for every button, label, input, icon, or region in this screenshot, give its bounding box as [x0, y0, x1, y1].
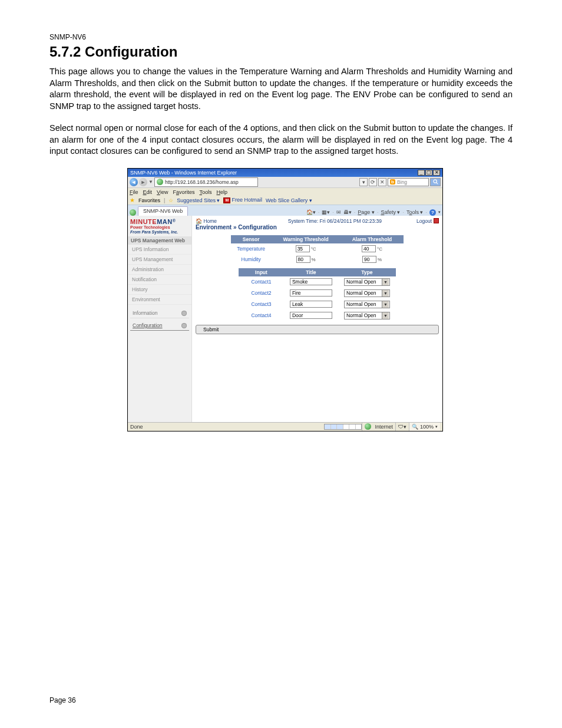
svg-line-1 [436, 183, 438, 185]
progress-segments [324, 424, 362, 430]
menu-file[interactable]: File [130, 189, 138, 195]
system-time: System Time: Fri 06/24/2011 PM 02:23:39 [288, 218, 382, 224]
logout-link[interactable]: Logout [416, 218, 439, 224]
table-row: Contact4 Door Normal Open [239, 310, 396, 321]
address-bar-row: ◄ ► ▼ http://192.168.168.236/home.asp ▾ … [128, 177, 442, 188]
minimize-button[interactable]: _ [418, 170, 425, 176]
sensor-table: Sensor Warning Threshold Alarm Threshold… [231, 235, 404, 265]
menu-favorites[interactable]: Favorites [173, 189, 194, 195]
help-icon[interactable]: ? [429, 209, 436, 216]
tab-row: SNMP-NV6 Web 🏠▾ · ▦▾ · ✉ 🖶▾ · Page ▾ · S… [128, 205, 442, 216]
menu-help[interactable]: Help [216, 189, 227, 195]
web-slice-link[interactable]: Web Slice Gallery ▾ [266, 197, 312, 203]
contact2-title-input[interactable]: Fire [290, 289, 332, 297]
subnav-configuration[interactable]: Configuration [130, 321, 189, 331]
nav-history[interactable]: History [128, 285, 191, 295]
doc-paragraph-2: Select normal open or normal close for e… [49, 123, 513, 157]
table-row: Contact3 Leak Normal Open [239, 299, 396, 310]
internet-zone-icon [365, 423, 371, 430]
humidity-alarm-input[interactable]: 90 [362, 256, 376, 263]
zoom-icon: 🔍 [412, 424, 418, 430]
command-bar: 🏠▾ · ▦▾ · ✉ 🖶▾ · Page ▾ · Safety ▾ · Too… [306, 209, 441, 216]
compat-view-icon[interactable]: ▾ [359, 178, 368, 186]
logout-icon [434, 218, 439, 223]
search-input[interactable]: b Bing [388, 178, 429, 186]
contact1-type-select[interactable]: Normal Open [344, 278, 390, 286]
url-input[interactable]: http://192.168.168.236/home.asp [154, 177, 258, 187]
page-number: Page 36 [49, 696, 76, 704]
window-titlebar: SNMP-NV6 Web - Windows Internet Explorer… [128, 169, 442, 177]
favorites-label[interactable]: Favorites [138, 197, 160, 203]
tab-icon [130, 209, 136, 216]
bing-icon: b [390, 179, 395, 185]
refresh-icon[interactable]: ⟳ [369, 178, 377, 186]
submit-button[interactable]: Submit [196, 325, 439, 334]
tools-menu[interactable]: Tools ▾ [406, 209, 424, 215]
site-icon [157, 179, 163, 185]
row-humidity-label: Humidity [231, 254, 272, 265]
embedded-screenshot: SNMP-NV6 Web - Windows Internet Explorer… [127, 168, 513, 431]
contact3-title-input[interactable]: Leak [290, 301, 332, 308]
subnav-information[interactable]: Information [130, 308, 189, 318]
temperature-warn-input[interactable]: 35 [296, 245, 310, 252]
forward-button[interactable]: ► [139, 178, 147, 186]
contact4-label: Contact4 [239, 310, 284, 321]
main-content: 🏠 Home Environment » Configuration Syste… [192, 216, 442, 422]
search-button[interactable] [430, 178, 441, 186]
brand-logo: MINUTEMAN® Power Technologies From Para … [128, 218, 191, 234]
menu-view[interactable]: View [157, 189, 168, 195]
safety-menu[interactable]: Safety ▾ [381, 209, 400, 215]
status-zone[interactable]: Internet [362, 423, 395, 431]
contact1-label: Contact1 [239, 276, 284, 288]
menu-bar: File Edit View Favorites Tools Help [128, 188, 442, 196]
protected-mode-seg: 🛡▾ [395, 423, 409, 431]
free-hotmail-link[interactable]: MFree Hotmail [223, 197, 262, 203]
browser-tab[interactable]: SNMP-NV6 Web [138, 206, 188, 216]
col-alarm: Alarm Threshold [340, 235, 404, 243]
nav-administration[interactable]: Administration [128, 265, 191, 275]
doc-paragraph-1: This page allows you to change the value… [49, 66, 513, 112]
col-type: Type [338, 268, 396, 276]
maximize-button[interactable]: ▢ [425, 170, 432, 176]
nav-ups-information[interactable]: UPS Information [128, 245, 191, 255]
home-icon[interactable]: 🏠▾ [306, 209, 316, 215]
menu-tools[interactable]: Tools [199, 189, 211, 195]
window-title: SNMP-NV6 Web - Windows Internet Explorer [130, 170, 237, 176]
nav-ups-management[interactable]: UPS Management [128, 255, 191, 265]
col-sensor: Sensor [231, 235, 272, 243]
close-button[interactable]: ✕ [433, 170, 440, 176]
suggested-sites-icon: ☆ [168, 197, 173, 203]
page-menu[interactable]: Page ▾ [358, 209, 375, 215]
feeds-icon[interactable]: ▦▾ [322, 209, 330, 215]
print-icon[interactable]: 🖶▾ [343, 209, 352, 215]
favorites-star-icon[interactable]: ★ [130, 197, 135, 203]
nav-environment[interactable]: Environment [128, 295, 191, 305]
home-crumb-icon[interactable]: 🏠 [196, 218, 202, 224]
contact1-title-input[interactable]: Smoke [290, 278, 332, 285]
read-mail-icon[interactable]: ✉ [336, 209, 341, 215]
contact4-type-select[interactable]: Normal Open [344, 312, 390, 319]
gear-icon [181, 311, 187, 316]
suggested-sites-link[interactable]: Suggested Sites ▾ [177, 197, 220, 203]
temperature-alarm-input[interactable]: 40 [362, 245, 376, 252]
nav-notification[interactable]: Notification [128, 275, 191, 285]
favorites-separator: | [164, 197, 165, 203]
contact2-type-select[interactable]: Normal Open [344, 289, 390, 297]
url-text: http://192.168.168.236/home.asp [165, 179, 239, 185]
contact3-type-select[interactable]: Normal Open [344, 301, 390, 308]
page-title: Environment » Configuration [196, 224, 277, 230]
humidity-warn-input[interactable]: 80 [296, 256, 310, 263]
back-button[interactable]: ◄ [130, 178, 138, 186]
gear-icon [181, 323, 187, 328]
sidebar: MINUTEMAN® Power Technologies From Para … [128, 216, 192, 422]
status-bar: Done Internet 🛡▾ 🔍 100% ▾ [128, 422, 442, 431]
contact4-title-input[interactable]: Door [290, 312, 332, 319]
menu-edit[interactable]: Edit [143, 189, 153, 195]
zoom-control[interactable]: 🔍 100% ▾ [409, 423, 440, 431]
history-dropdown-icon[interactable]: ▼ [148, 179, 153, 185]
row-temperature-label: Temperature [231, 243, 272, 254]
home-crumb[interactable]: Home [203, 218, 217, 224]
search-placeholder: Bing [397, 179, 407, 185]
protected-mode-icon: 🛡▾ [398, 424, 406, 430]
stop-icon[interactable]: ✕ [378, 178, 386, 186]
